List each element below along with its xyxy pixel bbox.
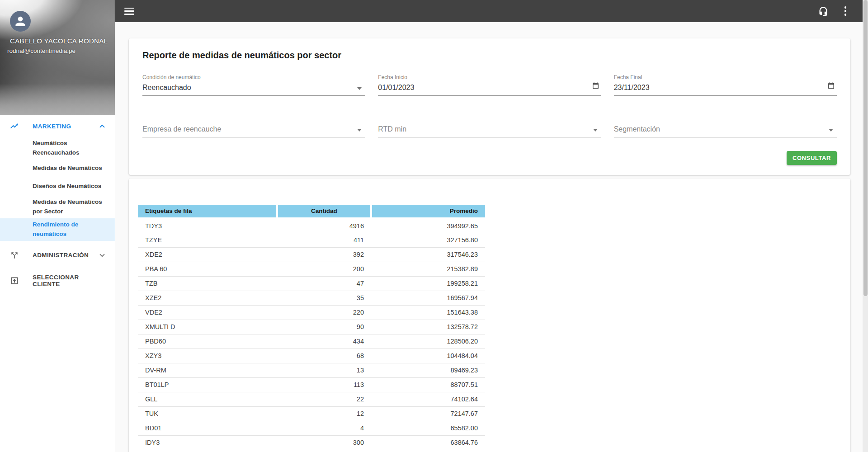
page-title: Reporte de medidas de neumáticos por sec… <box>142 50 837 61</box>
condicion-value: Reencauchado <box>142 83 365 93</box>
cell-promedio: 317546.23 <box>371 247 485 262</box>
rtd-min-select[interactable]: RTD min <box>378 116 601 137</box>
cell-promedio: 88707.51 <box>371 377 485 392</box>
table-row: TZB 47 199258.21 <box>138 276 485 291</box>
trending-up-icon <box>9 121 20 132</box>
sidebar-item-neumaticos-reencauchados[interactable]: Neumáticos Reencauchados <box>0 137 115 160</box>
cell-cantidad: 4916 <box>277 218 371 233</box>
dropdown-arrow-icon[interactable] <box>829 129 833 132</box>
vertical-scrollbar[interactable] <box>863 0 868 452</box>
cell-promedio: 65582.00 <box>371 421 485 435</box>
main-content: Reporte de medidas de neumáticos por sec… <box>115 22 868 452</box>
scrollbar-thumb[interactable] <box>863 0 868 296</box>
cell-promedio: 128506.20 <box>371 334 485 348</box>
sidebar-item-disenos-de-neumaticos[interactable]: Diseños de Neumáticos <box>0 178 115 196</box>
table-row: PBA 60 200 215382.89 <box>138 262 485 276</box>
cell-etiqueta: VL 160 <box>138 450 277 452</box>
calendar-icon[interactable] <box>827 82 835 91</box>
segmentacion-placeholder: Segmentación <box>614 124 837 134</box>
menu-icon[interactable] <box>124 8 134 15</box>
table-row: DV-RM 13 89469.23 <box>138 363 485 377</box>
table-row: BT01LP 113 88707.51 <box>138 377 485 392</box>
report-table: Etiquetas de fila Cantidad Promedio TDY3… <box>138 205 485 452</box>
fecha-final-label: Fecha Final <box>614 74 837 80</box>
fecha-final-input[interactable]: Fecha Final 23/11/2023 <box>614 74 837 96</box>
rtd-min-placeholder: RTD min <box>378 124 601 134</box>
cell-etiqueta: IDY3 <box>138 435 277 450</box>
user-email: rodnal@contentmedia.pe <box>7 47 75 54</box>
table-row: VDE2 220 151643.38 <box>138 305 485 320</box>
cell-etiqueta: BT01LP <box>138 377 277 392</box>
topbar <box>115 0 868 22</box>
cell-etiqueta: PBD60 <box>138 334 277 348</box>
segmentacion-select[interactable]: Segmentación <box>614 116 837 137</box>
empresa-placeholder: Empresa de reencauche <box>142 124 365 134</box>
sidebar-section-label: ADMINISTRACIÓN <box>33 252 97 259</box>
fecha-final-value: 23/11/2023 <box>614 83 837 93</box>
fecha-inicio-value: 01/01/2023 <box>378 83 601 93</box>
sidebar-item-label: SELECCIONAR CLIENTE <box>33 274 108 287</box>
condicion-select[interactable]: Condición de neumático Reencauchado <box>142 74 365 96</box>
cell-cantidad: 200 <box>277 262 371 276</box>
cell-etiqueta: DV-RM <box>138 363 277 377</box>
cell-etiqueta: GLL <box>138 392 277 406</box>
dropdown-arrow-icon[interactable] <box>357 129 362 132</box>
table-row: VL 160 48 61301.23 <box>138 450 485 452</box>
chevron-down-icon[interactable] <box>97 250 108 261</box>
table-row: XDE2 392 317546.23 <box>138 247 485 262</box>
fecha-inicio-input[interactable]: Fecha Inicio 01/01/2023 <box>378 74 601 96</box>
sidebar-section-label: MARKETING <box>33 123 97 130</box>
more-vert-icon[interactable] <box>842 5 849 18</box>
dropdown-arrow-icon[interactable] <box>357 87 362 90</box>
table-header-row: Etiquetas de fila Cantidad Promedio <box>138 205 485 218</box>
sidebar-section-administracion[interactable]: ADMINISTRACIÓN <box>0 245 115 266</box>
cell-cantidad: 434 <box>277 334 371 348</box>
calendar-icon[interactable] <box>592 82 599 91</box>
cell-cantidad: 47 <box>277 276 371 291</box>
profile-header: CABELLO YACOLCA RODNAL rodnal@contentmed… <box>0 0 115 115</box>
column-header-promedio: Promedio <box>371 205 485 218</box>
cell-cantidad: 35 <box>277 291 371 305</box>
sidebar-item-medidas-de-neumaticos[interactable]: Medidas de Neumáticos <box>0 160 115 178</box>
user-name: CABELLO YACOLCA RODNAL <box>10 37 108 45</box>
call-split-icon <box>9 250 20 261</box>
cell-etiqueta: XZY3 <box>138 348 277 363</box>
sidebar: CABELLO YACOLCA RODNAL rodnal@contentmed… <box>0 0 115 452</box>
empresa-select[interactable]: Empresa de reencauche <box>142 116 365 137</box>
cell-cantidad: 12 <box>277 406 371 421</box>
cell-etiqueta: XZE2 <box>138 291 277 305</box>
chevron-up-icon[interactable] <box>97 121 108 132</box>
column-header-cantidad: Cantidad <box>277 205 371 218</box>
dropdown-arrow-icon[interactable] <box>593 129 598 132</box>
cell-cantidad: 68 <box>277 348 371 363</box>
sidebar-nav: MARKETING Neumáticos Reencauchados Medid… <box>0 115 115 292</box>
cell-cantidad: 48 <box>277 450 371 452</box>
table-row: TZYE 411 327156.80 <box>138 233 485 247</box>
cell-etiqueta: TDY3 <box>138 218 277 233</box>
table-row: XZE2 35 169567.94 <box>138 291 485 305</box>
headset-icon[interactable] <box>817 5 829 17</box>
cell-etiqueta: TUK <box>138 406 277 421</box>
cell-cantidad: 300 <box>277 435 371 450</box>
avatar <box>10 11 31 32</box>
cell-promedio: 199258.21 <box>371 276 485 291</box>
table-row: TDY3 4916 394992.65 <box>138 218 485 233</box>
cell-etiqueta: XDE2 <box>138 247 277 262</box>
column-header-etiquetas: Etiquetas de fila <box>138 205 277 218</box>
cell-promedio: 72147.67 <box>371 406 485 421</box>
table-card: Etiquetas de fila Cantidad Promedio TDY3… <box>129 179 850 452</box>
filters-grid: Condición de neumático Reencauchado Fech… <box>142 74 837 137</box>
sidebar-item-rendimiento-de-neumaticos[interactable]: Rendimiento de neumáticos <box>0 218 115 241</box>
person-icon <box>14 14 27 28</box>
sidebar-item-seleccionar-cliente[interactable]: SELECCIONAR CLIENTE <box>0 270 115 292</box>
cell-cantidad: 411 <box>277 233 371 247</box>
cell-etiqueta: PBA 60 <box>138 262 277 276</box>
cell-etiqueta: TZYE <box>138 233 277 247</box>
consultar-button[interactable]: CONSULTAR <box>787 151 837 165</box>
sidebar-section-marketing[interactable]: MARKETING <box>0 115 115 137</box>
sidebar-item-medidas-por-sector[interactable]: Medidas de Neumáticos por Sector <box>0 196 115 218</box>
cell-promedio: 74102.64 <box>371 392 485 406</box>
cell-promedio: 394992.65 <box>371 218 485 233</box>
cell-etiqueta: VDE2 <box>138 305 277 320</box>
cell-promedio: 151643.38 <box>371 305 485 320</box>
